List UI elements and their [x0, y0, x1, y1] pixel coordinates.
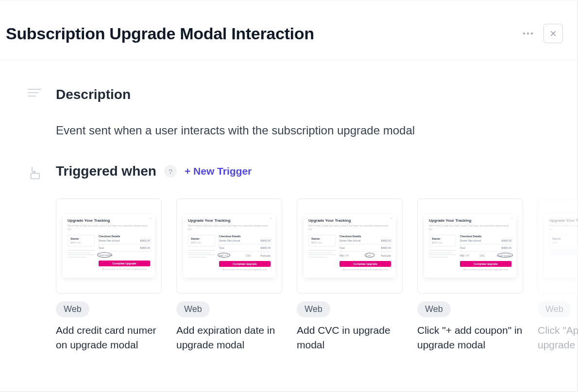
- close-icon: [549, 30, 557, 37]
- trigger-title: Click "+ add coupon" in upgrade modal: [417, 323, 523, 353]
- trigger-title: Click "Apply coupon" in upgrade modal: [538, 323, 578, 353]
- svg-rect-2: [31, 173, 40, 179]
- trigger-card[interactable]: × Upgrade Your Tracking We're here to he…: [297, 198, 403, 353]
- trigger-thumbnail: × Upgrade Your Tracking We're here to he…: [176, 198, 282, 294]
- more-button[interactable]: [521, 31, 535, 36]
- help-badge[interactable]: ?: [164, 165, 177, 178]
- trigger-card[interactable]: Upgrade Your Tracking We're here to help…: [538, 198, 578, 353]
- platform-badge: Web: [56, 301, 89, 317]
- panel-body: Description Event sent when a user inter…: [0, 60, 578, 353]
- platform-badge: Web: [417, 301, 451, 317]
- trigger-thumbnail: × Upgrade Your Tracking We're here to he…: [297, 198, 403, 294]
- trigger-thumbnail: × Upgrade Your Tracking We're here to he…: [56, 198, 162, 294]
- trigger-thumbnail: × Upgrade Your Tracking We're here to he…: [417, 198, 523, 294]
- trigger-title: Add CVC in upgrade modal: [297, 323, 403, 353]
- trigger-icon: [27, 163, 42, 180]
- description-heading: Description: [56, 87, 578, 102]
- description-icon: [27, 87, 42, 97]
- platform-badge: Web: [538, 301, 571, 317]
- description-text: Event sent when a user interacts with th…: [56, 122, 578, 139]
- panel-header: Subscription Upgrade Modal Interaction: [0, 0, 578, 60]
- page-title: Subscription Upgrade Modal Interaction: [6, 24, 314, 43]
- new-trigger-button[interactable]: + New Trigger: [185, 165, 252, 177]
- trigger-card[interactable]: × Upgrade Your Tracking We're here to he…: [56, 198, 162, 353]
- triggers-heading-row: Triggered when ? + New Trigger: [56, 163, 578, 179]
- description-section: Description Event sent when a user inter…: [27, 87, 578, 139]
- trigger-card[interactable]: × Upgrade Your Tracking We're here to he…: [176, 198, 282, 353]
- header-actions: [521, 24, 563, 43]
- trigger-title: Add expiration date in upgrade modal: [176, 323, 282, 353]
- trigger-card[interactable]: × Upgrade Your Tracking We're here to he…: [417, 198, 523, 353]
- platform-badge: Web: [176, 301, 210, 317]
- close-button[interactable]: [544, 24, 563, 43]
- triggers-list: × Upgrade Your Tracking We're here to he…: [56, 198, 578, 353]
- trigger-thumbnail: Upgrade Your Tracking We're here to help…: [538, 198, 578, 294]
- event-detail-panel: Subscription Upgrade Modal Interaction D…: [0, 0, 578, 392]
- triggers-section: Triggered when ? + New Trigger × Upgrade…: [27, 163, 578, 353]
- platform-badge: Web: [297, 301, 330, 317]
- triggers-heading: Triggered when: [56, 163, 156, 179]
- trigger-title: Add credit card numer on upgrade modal: [56, 323, 162, 353]
